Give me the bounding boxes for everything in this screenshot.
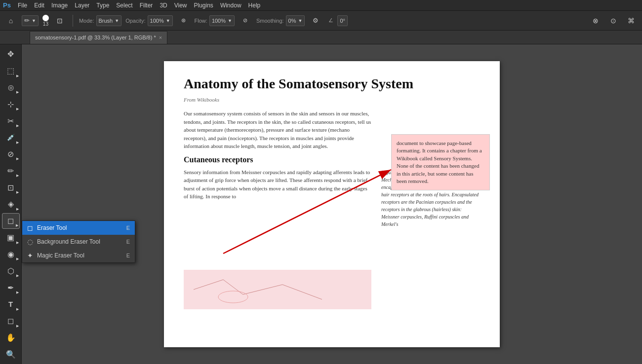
dodge-tool[interactable]: ⬡ ▶: [2, 263, 20, 279]
blur-icon: ◉: [7, 250, 14, 259]
opacity-label: Opacity:: [125, 18, 145, 24]
hand-tool[interactable]: ✋: [2, 330, 20, 346]
tab-close-button[interactable]: ×: [159, 35, 162, 40]
opacity-select[interactable]: 100% ▼: [148, 15, 173, 26]
opacity-toggle[interactable]: ⊛: [177, 14, 191, 28]
history-brush-tool[interactable]: ◈ ▶: [2, 196, 20, 212]
magic-eraser-label: Magic Eraser Tool: [37, 252, 84, 259]
type-arrow: ▶: [16, 307, 19, 311]
eraser-tool-left: ◻ Eraser Tool: [27, 224, 67, 232]
shape-tool[interactable]: ◻ ▶: [2, 313, 20, 329]
brush-tool[interactable]: ✏ ▶: [2, 163, 20, 179]
smoothing-options[interactable]: ⚙: [309, 14, 322, 28]
brush-icon: ✏: [7, 166, 14, 176]
flow-select[interactable]: 100% ▼: [209, 15, 235, 26]
toggle-hardness[interactable]: ⊡: [53, 14, 67, 28]
extra-btn-2[interactable]: ⊙: [606, 14, 620, 28]
annotation-callout: document to showcase page-based formatti…: [391, 134, 490, 190]
eraser-icon: ◻: [7, 216, 14, 225]
menu-3d[interactable]: 3D: [160, 2, 167, 9]
opacity-group: Opacity: 100% ▼: [125, 15, 172, 26]
menu-help[interactable]: Help: [248, 2, 261, 9]
blur-arrow: ▶: [16, 257, 19, 261]
zoom-icon: 🔍: [6, 350, 16, 359]
pen-tool[interactable]: ✒ ▶: [2, 280, 20, 295]
smoothing-group: Smoothing: 0% ▼: [256, 15, 305, 26]
flow-label: Flow:: [195, 18, 207, 24]
document-body-1: Our somatosensory system consists of sen…: [184, 109, 371, 150]
gradient-tool[interactable]: ▣ ▶: [2, 230, 20, 246]
callout-text: document to showcase page-based formatti…: [397, 140, 482, 184]
brush-dot: [42, 15, 49, 21]
marquee-tool[interactable]: ⬚ ▶: [2, 63, 20, 79]
brush-size-value: 13: [43, 21, 48, 27]
smoothing-value: 0%: [288, 18, 296, 24]
menu-view[interactable]: View: [174, 2, 187, 9]
clone-stamp-tool[interactable]: ⊡ ▶: [2, 180, 20, 195]
flow-group: Flow: 100% ▼: [195, 15, 235, 26]
zoom-tool[interactable]: 🔍: [2, 346, 20, 362]
menu-type[interactable]: Type: [96, 2, 109, 9]
eraser-arrow: ▶: [16, 223, 18, 227]
healing-icon: ⊘: [7, 149, 14, 159]
type-icon: T: [8, 300, 13, 308]
home-button[interactable]: ⌂: [4, 14, 18, 28]
svg-point-4: [218, 291, 248, 303]
magic-wand-icon: ⊹: [7, 100, 14, 109]
smoothing-label: Smoothing:: [256, 18, 284, 24]
history-brush-icon: ◈: [8, 199, 14, 209]
svg-line-2: [243, 285, 282, 294]
canvas-area[interactable]: Anatomy of the Somatosensory System From…: [22, 44, 642, 364]
bg-eraser-label: Background Eraser Tool: [37, 238, 100, 245]
brush-arrow: ▶: [16, 174, 19, 178]
blur-tool[interactable]: ◉ ▶: [2, 247, 20, 262]
magic-eraser-left: ✦ Magic Eraser Tool: [27, 252, 84, 259]
menu-file[interactable]: File: [18, 2, 27, 9]
options-toolbar: ⌂ ✏ ▼ 13 ⊡ Mode: Brush ▼ Opacity: 100% ▼…: [0, 11, 642, 31]
move-tool[interactable]: ✥: [2, 46, 20, 62]
svg-line-0: [194, 280, 223, 290]
menu-image[interactable]: Image: [51, 2, 68, 9]
magic-wand-tool[interactable]: ⊹ ▶: [2, 96, 20, 112]
gradient-icon: ▣: [7, 233, 14, 242]
shape-icon: ◻: [7, 316, 14, 326]
extra-btn-3[interactable]: ⌘: [624, 14, 638, 28]
menu-select[interactable]: Select: [116, 2, 132, 9]
eraser-tool[interactable]: ◻ ▶: [2, 213, 20, 229]
menu-window[interactable]: Window: [220, 2, 241, 9]
menu-filter[interactable]: Filter: [140, 2, 153, 9]
angle-select[interactable]: 0°: [337, 15, 348, 26]
svg-line-3: [282, 285, 322, 299]
bg-eraser-icon: ◌: [27, 238, 33, 246]
pen-arrow: ▶: [16, 291, 19, 294]
menu-layer[interactable]: Layer: [75, 2, 89, 9]
menu-bar: Ps File Edit Image Layer Type Select Fil…: [0, 0, 642, 11]
menu-plugins[interactable]: Plugins: [194, 2, 213, 9]
left-toolbar: ✥ ⬚ ▶ ◎ ▶ ⊹ ▶ ✂ ▶ 💉 ▶ ⊘ ▶: [0, 44, 22, 364]
airbrush-toggle[interactable]: ⊘: [239, 14, 252, 28]
brush-preset-picker[interactable]: ✏ ▼: [22, 15, 39, 26]
healing-tool[interactable]: ⊘ ▶: [2, 146, 20, 162]
tab-bar: somatosensory-1.pdf @ 33.3% (Layer 1, RG…: [0, 31, 642, 44]
magic-eraser-tool-option[interactable]: ✦ Magic Eraser Tool E: [22, 249, 135, 262]
crop-tool[interactable]: ✂ ▶: [2, 113, 20, 129]
ps-logo: Ps: [3, 1, 11, 9]
shape-arrow: ▶: [16, 324, 19, 328]
extra-btn-1[interactable]: ⊗: [589, 14, 602, 28]
dodge-icon: ⬡: [7, 266, 14, 276]
menu-edit[interactable]: Edit: [34, 2, 44, 9]
smoothing-select[interactable]: 0% ▼: [286, 15, 305, 26]
background-eraser-tool-option[interactable]: ◌ Background Eraser Tool E: [22, 235, 135, 249]
mode-select[interactable]: Brush ▼: [96, 15, 122, 26]
type-tool[interactable]: T ▶: [2, 296, 20, 312]
lasso-tool[interactable]: ◎ ▶: [2, 80, 20, 96]
eyedropper-tool[interactable]: 💉 ▶: [2, 130, 20, 146]
document-tab[interactable]: somatosensory-1.pdf @ 33.3% (Layer 1, RG…: [30, 31, 167, 44]
document-section-1: Cutaneous receptors: [184, 155, 371, 164]
mode-value: Brush: [99, 18, 113, 24]
eraser-tool-option[interactable]: ◻ Eraser Tool E: [22, 221, 135, 235]
bg-eraser-shortcut: E: [126, 239, 130, 245]
flow-value: 100%: [212, 18, 226, 24]
eraser-tool-shortcut: E: [126, 225, 130, 231]
pen-icon: ✒: [7, 283, 14, 292]
